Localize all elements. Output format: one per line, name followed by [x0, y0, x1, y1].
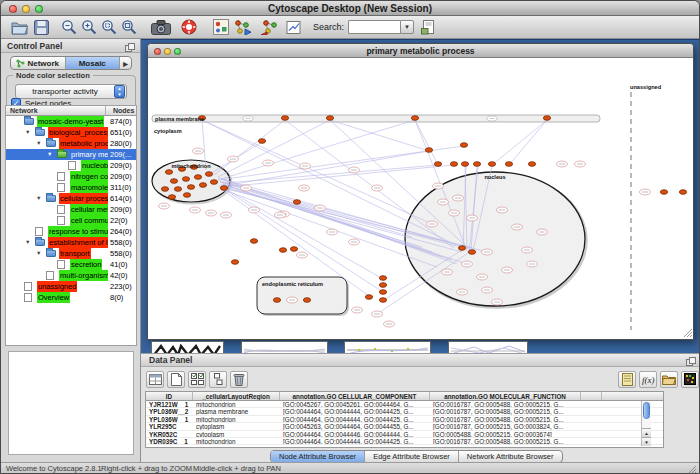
table-row[interactable]: YLR295Ccytoplasm[GO:0045263, GO:0044464,… — [146, 423, 663, 430]
tree-row-label: nitrogen compou — [70, 171, 108, 182]
tab-node-attribute-browser[interactable]: Node Attribute Browser — [271, 451, 365, 462]
tree-row[interactable]: ▼primary metabol209(... — [6, 149, 136, 160]
tree-row[interactable]: secretion41(0) — [6, 259, 136, 270]
network-view-window[interactable]: primary metabolic process plasma membran… — [147, 43, 694, 340]
annotation-icon[interactable] — [283, 17, 303, 38]
column-header[interactable]: annotation.GO MOLECULAR_FUNCTION — [430, 392, 581, 400]
status-bar: Welcome to Cytoscape 2.8.1 Right-click +… — [1, 462, 699, 474]
column-header[interactable]: annotation.GO CELLULAR_COMPONENT — [280, 392, 430, 400]
tree-row[interactable]: multi-organism pro42(0) — [6, 270, 136, 281]
network-view-titlebar[interactable]: primary metabolic process — [148, 44, 693, 58]
attribute-matrix-icon[interactable] — [681, 371, 699, 388]
expander-icon[interactable]: ▼ — [25, 237, 30, 248]
background-window-sliver[interactable] — [344, 341, 431, 353]
tree-row-label: mosaic-demo-yeast — [37, 116, 104, 127]
select-all-attributes-icon[interactable] — [146, 371, 164, 388]
document-icon — [57, 260, 65, 269]
folder-icon — [46, 195, 56, 202]
table-cell: YJR121W__1 — [146, 401, 193, 407]
document-icon — [57, 172, 65, 181]
tab-edge-attribute-browser[interactable]: Edge Attribute Browser — [365, 451, 459, 462]
scroll-down-icon[interactable]: ▼ — [642, 437, 651, 446]
zoom-in-icon[interactable] — [79, 17, 99, 38]
create-network-view-icon[interactable] — [233, 17, 253, 38]
tree-row[interactable]: nucleobase-con209(0) — [6, 160, 136, 171]
import-attributes-icon[interactable] — [660, 371, 678, 388]
tree-row[interactable]: ▼cellular process614(0) — [6, 193, 136, 204]
node-color-dropdown[interactable]: transporter activity ▲▼ — [15, 84, 127, 99]
zoom-fit-icon[interactable] — [119, 17, 139, 38]
expander-icon[interactable]: ▼ — [36, 193, 41, 204]
float-panel-icon[interactable] — [125, 42, 135, 56]
function-builder-icon[interactable]: f(x) — [639, 371, 657, 388]
table-row[interactable]: YJR121W__1mitochondrion[GO:0045267, GO:0… — [146, 401, 663, 408]
tree-header-network[interactable]: Network — [6, 106, 106, 115]
select-attributes-icon[interactable] — [188, 371, 206, 388]
network-desktop: primary metabolic process plasma membran… — [141, 39, 700, 353]
delete-attribute-icon[interactable] — [230, 371, 248, 388]
create-attribute-icon[interactable] — [167, 371, 185, 388]
search-combobox[interactable]: ▼ — [348, 20, 414, 34]
search-label: Search: — [313, 22, 344, 32]
zoom-out-icon[interactable] — [59, 17, 79, 38]
expander-icon[interactable]: ▼ — [25, 127, 30, 138]
status-pan-hint: Middle-click + drag to PAN — [193, 463, 281, 474]
save-session-icon[interactable] — [31, 17, 51, 38]
tree-header-nodes[interactable]: Nodes — [106, 106, 136, 115]
table-row[interactable]: YDR039C__1mitochondrion[GO:0044464, GO:0… — [146, 438, 663, 445]
table-row[interactable]: YKR052Ccytoplasm[GO:0044464, GO:0044446,… — [146, 431, 663, 438]
tree-row-count: 209(... — [110, 149, 131, 160]
open-file-icon[interactable] — [9, 17, 29, 38]
document-icon — [57, 205, 65, 214]
tree-row[interactable]: unassigned223(0) — [6, 281, 136, 292]
tree-row[interactable]: ▼metabolic process280(0) — [6, 138, 136, 149]
table-row[interactable]: YPL036W__2plasma membrane[GO:0044464, GO… — [146, 408, 663, 415]
tree-row[interactable]: mosaic-demo-yeast874(0) — [6, 116, 136, 127]
search-input[interactable] — [348, 20, 400, 34]
search-options-icon[interactable] — [418, 17, 438, 38]
background-window-sliver[interactable] — [241, 341, 328, 353]
tree-row[interactable]: nitrogen compou209(0) — [6, 171, 136, 182]
tree-row-count: 209(0) — [110, 160, 132, 171]
birds-eye-view[interactable] — [8, 351, 134, 455]
tab-network-attribute-browser[interactable]: Network Attribute Browser — [459, 451, 562, 462]
scrollbar-thumb[interactable] — [643, 402, 650, 419]
expander-icon[interactable]: ▼ — [47, 149, 52, 160]
tab-network[interactable]: Network — [11, 57, 66, 69]
document-icon — [24, 282, 32, 291]
tree-row[interactable]: ▼biological_process651(0) — [6, 127, 136, 138]
tree-row[interactable]: cellular metabol209(0) — [6, 204, 136, 215]
tree-row[interactable]: Overview8(0) — [6, 292, 136, 303]
table-scrollbar[interactable]: ▲ ▼ — [641, 401, 651, 446]
column-header-filler — [602, 392, 663, 400]
zoom-selected-icon[interactable] — [99, 17, 119, 38]
tabs-overflow-icon[interactable]: ▶ — [120, 57, 131, 69]
search-dropdown-icon[interactable]: ▼ — [400, 20, 414, 34]
expander-icon[interactable]: ▼ — [36, 138, 41, 149]
tree-row[interactable]: ▼transport558(0) — [6, 248, 136, 259]
tree-row[interactable]: macromolecule311(0) — [6, 182, 136, 193]
frame-minimize-icon[interactable] — [164, 48, 171, 55]
window-resize-grip[interactable] — [687, 465, 697, 474]
frame-zoom-icon[interactable] — [174, 48, 181, 55]
camera-snapshot-icon[interactable] — [151, 17, 171, 38]
tree-row[interactable]: cell communicati22(0) — [6, 215, 136, 226]
scroll-up-icon[interactable]: ▲ — [642, 428, 651, 437]
unselect-attributes-icon[interactable] — [209, 371, 227, 388]
help-lifebuoy-icon[interactable] — [179, 17, 199, 38]
background-window-sliver[interactable] — [151, 341, 224, 353]
destroy-network-view-icon[interactable] — [259, 17, 279, 38]
annotation-pad-icon[interactable] — [618, 371, 636, 388]
tree-row[interactable]: response to stimulu264(0) — [6, 226, 136, 237]
vizmapper-icon[interactable] — [211, 17, 231, 38]
table-row[interactable]: YPL036W__1mitochondrion[GO:0044464, GO:0… — [146, 416, 663, 423]
column-header[interactable]: ID — [146, 392, 193, 400]
frame-close-icon[interactable] — [154, 48, 161, 55]
tree-row[interactable]: ▼establishment of lo558(0) — [6, 237, 136, 248]
window-titlebar[interactable]: Cytoscape Desktop (New Session) — [1, 1, 699, 16]
expander-icon[interactable]: ▼ — [36, 248, 41, 259]
network-canvas[interactable]: plasma membranecytoplasmmitochondrionnuc… — [148, 58, 693, 339]
column-header[interactable]: _cellularLayoutRegion — [193, 392, 280, 400]
background-window-sliver[interactable] — [448, 341, 528, 353]
tab-mosaic[interactable]: Mosaic — [66, 57, 121, 69]
